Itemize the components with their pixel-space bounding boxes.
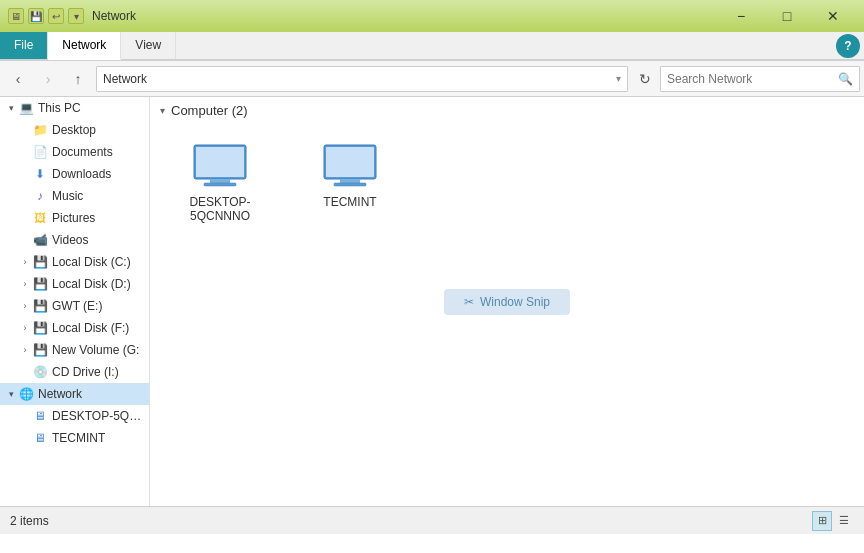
- back-button[interactable]: ‹: [4, 65, 32, 93]
- svg-rect-4: [196, 147, 244, 177]
- downloads-icon: ⬇: [32, 166, 48, 182]
- sidebar-item-cd-drive[interactable]: 💿 CD Drive (I:): [14, 361, 149, 383]
- svg-rect-7: [340, 179, 360, 183]
- local-f-icon: 💾: [32, 320, 48, 336]
- desktop-icon: 📁: [32, 122, 48, 138]
- up-button[interactable]: ↑: [64, 65, 92, 93]
- large-icons-view-button[interactable]: ⊞: [812, 511, 832, 531]
- computer-icon-desktop: [190, 143, 250, 191]
- sidebar-item-this-pc[interactable]: ▾ 💻 This PC: [0, 97, 149, 119]
- toggle-this-pc[interactable]: ▾: [4, 101, 18, 115]
- grid-item-desktop[interactable]: DESKTOP-5QCNNNO: [160, 134, 280, 232]
- breadcrumb-dropdown-icon[interactable]: ▾: [616, 73, 621, 84]
- help-button[interactable]: ?: [836, 34, 860, 58]
- sidebar-item-tecmint[interactable]: 🖥 TECMINT: [14, 427, 149, 449]
- main-layout: ▾ 💻 This PC 📁 Desktop 📄 Documents ⬇ Down…: [0, 97, 864, 506]
- item-count: 2 items: [10, 514, 49, 528]
- svg-rect-8: [334, 183, 366, 186]
- section-toggle-computer[interactable]: ▾: [160, 105, 165, 116]
- toggle-local-f[interactable]: ›: [18, 321, 32, 335]
- quick-access-undo[interactable]: ↩: [48, 8, 64, 24]
- sidebar-item-gwt-e[interactable]: › 💾 GWT (E:): [14, 295, 149, 317]
- svg-rect-2: [210, 179, 230, 183]
- sidebar-label-this-pc: This PC: [38, 101, 81, 115]
- sidebar-label-gwt-e: GWT (E:): [52, 299, 102, 313]
- toggle-local-c[interactable]: ›: [18, 255, 32, 269]
- quick-access-save[interactable]: 💾: [28, 8, 44, 24]
- nav-bar: ‹ › ↑ Network ▾ ↻ 🔍: [0, 61, 864, 97]
- window-snip-overlay: ✂ Window Snip: [444, 289, 570, 315]
- toggle-gwt-e[interactable]: ›: [18, 299, 32, 313]
- quick-access-menu[interactable]: ▾: [68, 8, 84, 24]
- ribbon-tabs: File Network View ?: [0, 32, 864, 60]
- forward-button[interactable]: ›: [34, 65, 62, 93]
- snip-icon: ✂: [464, 295, 474, 309]
- sidebar-item-videos[interactable]: 📹 Videos: [14, 229, 149, 251]
- search-input[interactable]: [667, 72, 838, 86]
- section-title-computer: Computer (2): [171, 103, 248, 118]
- toggle-new-volume-g[interactable]: ›: [18, 343, 32, 357]
- sidebar-item-documents[interactable]: 📄 Documents: [14, 141, 149, 163]
- refresh-button[interactable]: ↻: [632, 66, 658, 92]
- tecmint-icon: 🖥: [32, 430, 48, 446]
- ribbon: File Network View ?: [0, 32, 864, 61]
- details-view-button[interactable]: ☰: [834, 511, 854, 531]
- snip-label: Window Snip: [480, 295, 550, 309]
- tab-network[interactable]: Network: [48, 32, 121, 60]
- status-bar: 2 items ⊞ ☰: [0, 506, 864, 534]
- toggle-documents: [18, 145, 32, 159]
- sidebar-label-documents: Documents: [52, 145, 113, 159]
- item-label-tecmint: TECMINT: [323, 195, 376, 209]
- title-bar: 🖥 💾 ↩ ▾ Network − □ ✕: [0, 0, 864, 32]
- toggle-network[interactable]: ▾: [4, 387, 18, 401]
- toggle-desktop: [18, 123, 32, 137]
- sidebar-item-local-f[interactable]: › 💾 Local Disk (F:): [14, 317, 149, 339]
- address-bar[interactable]: Network ▾: [96, 66, 628, 92]
- pictures-icon: 🖼: [32, 210, 48, 226]
- sidebar-label-pictures: Pictures: [52, 211, 95, 225]
- close-button[interactable]: ✕: [810, 0, 856, 32]
- sidebar-item-downloads[interactable]: ⬇ Downloads: [14, 163, 149, 185]
- sidebar-item-local-c[interactable]: › 💾 Local Disk (C:): [14, 251, 149, 273]
- sidebar-item-local-d[interactable]: › 💾 Local Disk (D:): [14, 273, 149, 295]
- view-toggle-group: ⊞ ☰: [812, 511, 854, 531]
- sidebar-label-cd-drive: CD Drive (I:): [52, 365, 119, 379]
- grid-item-tecmint[interactable]: TECMINT: [290, 134, 410, 232]
- tab-file[interactable]: File: [0, 32, 48, 59]
- gwt-e-icon: 💾: [32, 298, 48, 314]
- sidebar-label-tecmint: TECMINT: [52, 431, 105, 445]
- sidebar-label-local-c: Local Disk (C:): [52, 255, 131, 269]
- sidebar-label-new-volume-g: New Volume (G:: [52, 343, 139, 357]
- window-title: Network: [92, 9, 718, 23]
- this-pc-icon: 💻: [18, 100, 34, 116]
- toggle-tecmint: [18, 431, 32, 445]
- toggle-local-d[interactable]: ›: [18, 277, 32, 291]
- tab-view[interactable]: View: [121, 32, 176, 59]
- maximize-button[interactable]: □: [764, 0, 810, 32]
- sidebar-item-new-volume-g[interactable]: › 💾 New Volume (G:: [14, 339, 149, 361]
- toggle-cd-drive: [18, 365, 32, 379]
- sidebar-item-network[interactable]: ▾ 🌐 Network: [0, 383, 149, 405]
- sidebar-item-desktop[interactable]: 📁 Desktop: [14, 119, 149, 141]
- minimize-button[interactable]: −: [718, 0, 764, 32]
- music-icon: ♪: [32, 188, 48, 204]
- sidebar-label-music: Music: [52, 189, 83, 203]
- section-header-computer[interactable]: ▾ Computer (2): [150, 97, 864, 124]
- network-icon: 🌐: [18, 386, 34, 402]
- sidebar-label-desktop: Desktop: [52, 123, 96, 137]
- window-controls: − □ ✕: [718, 0, 856, 32]
- cd-drive-icon: 💿: [32, 364, 48, 380]
- content-area: ▾ Computer (2) DESKTOP-5QCNNNO: [150, 97, 864, 506]
- sidebar-label-desktop-5qcn: DESKTOP-5QCN: [52, 409, 145, 423]
- sidebar-item-pictures[interactable]: 🖼 Pictures: [14, 207, 149, 229]
- sidebar-item-desktop-5qcn[interactable]: 🖥 DESKTOP-5QCN: [14, 405, 149, 427]
- search-bar[interactable]: 🔍: [660, 66, 860, 92]
- svg-rect-6: [326, 147, 374, 177]
- local-c-icon: 💾: [32, 254, 48, 270]
- sidebar-label-downloads: Downloads: [52, 167, 111, 181]
- sidebar-label-local-f: Local Disk (F:): [52, 321, 129, 335]
- toggle-music: [18, 189, 32, 203]
- sidebar-item-music[interactable]: ♪ Music: [14, 185, 149, 207]
- items-grid: DESKTOP-5QCNNNO TECMINT: [150, 124, 864, 242]
- documents-icon: 📄: [32, 144, 48, 160]
